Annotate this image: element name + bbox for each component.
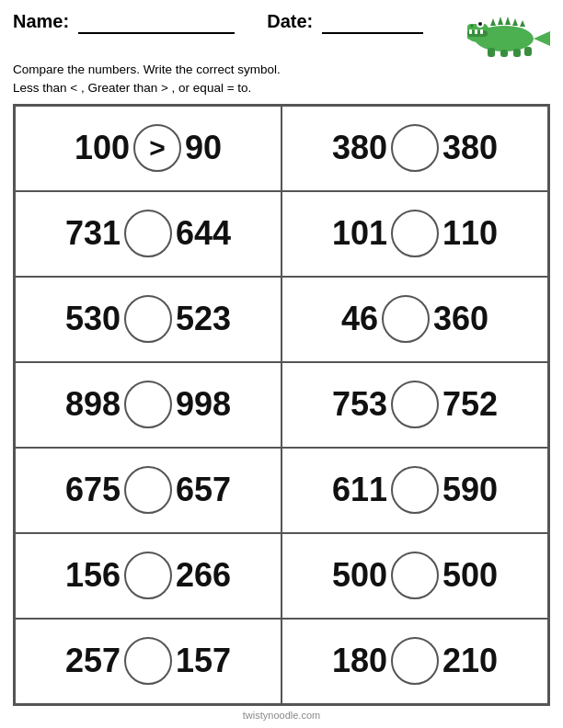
symbol-r0-c0: > <box>149 132 166 164</box>
cell-r1-c0: 731644 <box>15 191 282 277</box>
symbol-circle-r1-c1[interactable] <box>391 210 439 257</box>
name-date-area: Name: Date: <box>13 11 467 34</box>
cell-r0-c1: 380380 <box>282 106 548 191</box>
symbol-circle-r0-c1[interactable] <box>391 124 439 172</box>
number-left-r0-c0: 100 <box>75 129 130 167</box>
number-right-r3-c1: 752 <box>442 385 498 424</box>
number-left-r0-c1: 380 <box>332 129 387 167</box>
svg-point-9 <box>478 22 482 26</box>
svg-rect-6 <box>475 29 477 34</box>
cell-r2-c1: 46360 <box>282 277 548 362</box>
symbol-circle-r1-c0[interactable] <box>124 210 172 257</box>
footer: twistynoodle.com <box>13 706 550 721</box>
number-right-r0-c0: 90 <box>185 129 222 167</box>
symbol-circle-r4-c0[interactable] <box>124 466 172 514</box>
svg-marker-12 <box>505 17 511 25</box>
cell-r4-c0: 675657 <box>15 448 282 533</box>
svg-rect-18 <box>524 47 532 56</box>
cell-r5-c0: 156266 <box>15 533 282 619</box>
number-left-r6-c1: 180 <box>332 642 387 680</box>
date-label: Date: <box>267 11 313 31</box>
date-underline <box>322 11 423 34</box>
svg-marker-13 <box>512 18 518 26</box>
cell-r3-c1: 753752 <box>282 362 548 448</box>
symbol-circle-r3-c0[interactable] <box>124 381 172 428</box>
symbol-circle-r6-c1[interactable] <box>391 637 439 685</box>
number-right-r3-c0: 998 <box>176 385 231 424</box>
number-right-r1-c0: 644 <box>176 214 231 253</box>
page: Name: Date: <box>0 0 563 728</box>
cell-r3-c0: 898998 <box>15 362 282 448</box>
number-right-r1-c1: 110 <box>442 214 498 253</box>
symbol-circle-r2-c0[interactable] <box>124 295 172 343</box>
number-right-r2-c0: 523 <box>176 300 231 338</box>
cell-r6-c1: 180210 <box>282 619 548 704</box>
number-left-r3-c1: 753 <box>332 385 387 424</box>
number-left-r1-c0: 731 <box>65 214 121 253</box>
symbol-circle-r6-c0[interactable] <box>124 637 172 685</box>
svg-rect-16 <box>500 50 508 57</box>
svg-rect-5 <box>469 29 472 34</box>
number-left-r3-c0: 898 <box>65 385 121 424</box>
svg-marker-14 <box>520 20 525 27</box>
symbol-circle-r5-c0[interactable] <box>124 552 172 599</box>
svg-rect-7 <box>480 29 483 34</box>
cell-r4-c1: 611590 <box>282 448 548 533</box>
number-left-r1-c1: 101 <box>332 214 387 253</box>
cell-r6-c0: 257157 <box>15 619 282 704</box>
number-left-r5-c0: 156 <box>65 556 121 595</box>
svg-marker-11 <box>498 17 503 25</box>
cell-r2-c0: 530523 <box>15 277 282 362</box>
svg-marker-10 <box>490 18 496 26</box>
number-right-r0-c1: 380 <box>442 129 498 167</box>
number-right-r4-c0: 657 <box>176 471 231 509</box>
number-right-r2-c1: 360 <box>433 300 488 338</box>
alligator-image <box>467 4 550 59</box>
number-left-r2-c0: 530 <box>65 300 121 338</box>
cell-r5-c1: 500500 <box>282 533 548 619</box>
instructions: Compare the numbers. Write the correct s… <box>13 61 550 98</box>
instructions-line1: Compare the numbers. Write the correct s… <box>13 61 550 79</box>
footer-text: twistynoodle.com <box>243 710 320 721</box>
number-left-r4-c1: 611 <box>332 471 387 509</box>
symbol-circle-r5-c1[interactable] <box>391 552 439 599</box>
svg-point-19 <box>471 25 474 28</box>
svg-rect-15 <box>488 48 495 57</box>
number-left-r2-c1: 46 <box>341 300 378 338</box>
svg-rect-17 <box>513 49 521 57</box>
number-right-r5-c0: 266 <box>176 556 231 595</box>
number-right-r6-c1: 210 <box>442 642 498 680</box>
svg-marker-1 <box>534 31 550 46</box>
cell-r0-c0: 100>90 <box>15 106 282 191</box>
symbol-circle-r4-c1[interactable] <box>391 466 439 514</box>
cell-r1-c1: 101110 <box>282 191 548 277</box>
number-left-r5-c1: 500 <box>332 556 387 595</box>
number-left-r4-c0: 675 <box>65 471 121 509</box>
header-row: Name: Date: <box>13 11 550 59</box>
number-right-r5-c1: 500 <box>442 556 498 595</box>
symbol-circle-r3-c1[interactable] <box>391 381 439 428</box>
comparison-grid: 100>903803807316441011105305234636089899… <box>13 104 550 707</box>
name-underline <box>78 11 235 34</box>
number-left-r6-c0: 257 <box>65 642 121 680</box>
number-right-r4-c1: 590 <box>442 471 498 509</box>
number-right-r6-c0: 157 <box>176 642 231 680</box>
name-label: Name: <box>13 11 69 31</box>
symbol-circle-r2-c1[interactable] <box>382 295 430 343</box>
instructions-line2: Less than < , Greater than > , or equal … <box>13 79 550 97</box>
symbol-circle-r0-c0[interactable]: > <box>133 124 181 172</box>
